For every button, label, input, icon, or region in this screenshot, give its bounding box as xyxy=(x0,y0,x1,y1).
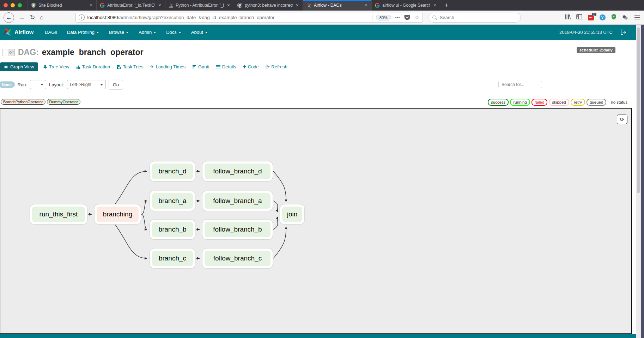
airflow-brand[interactable]: Airflow xyxy=(3,27,34,38)
search-bar[interactable] xyxy=(429,13,521,23)
navbar-item-label: Data Profiling xyxy=(67,30,95,35)
schedule-badge: schedule: @daily xyxy=(577,47,615,53)
browser-tab[interactable]: Python - AttributeError: '_io.Te× xyxy=(165,0,234,11)
adblock-shield-icon[interactable] xyxy=(611,14,616,21)
status-legend-queued: queued xyxy=(587,99,606,106)
dag-pause-toggle[interactable]: Off xyxy=(2,49,15,56)
search-input[interactable] xyxy=(439,14,517,20)
page-scrollbar[interactable] xyxy=(636,25,641,338)
dag-node-label: follow_branch_b xyxy=(205,222,271,237)
dag-node-follow_branch_c[interactable]: follow_branch_c xyxy=(202,248,273,268)
browser-tab[interactable]: Site Blocked× xyxy=(28,0,96,11)
firefox-window: Site Blocked×AttributeError: '_io.TextIO… xyxy=(0,0,644,338)
reload-button[interactable]: ↻ xyxy=(30,14,35,20)
zoom-window-button[interactable] xyxy=(18,3,22,7)
view-tab-task-tries[interactable]: Task Tries xyxy=(117,64,144,69)
menu-hamburger-icon[interactable] xyxy=(634,16,640,19)
browser-tab[interactable]: Airflow - DAGs× xyxy=(303,0,371,11)
v-extension-icon[interactable]: V xyxy=(600,14,606,20)
window-controls xyxy=(0,0,28,11)
toolbar-icons: •••1 V xyxy=(565,14,628,21)
dag-node-run_this_first[interactable]: run_this_first xyxy=(30,204,87,224)
bookmark-star-icon[interactable]: ☆ xyxy=(414,14,419,21)
zoom-level-badge[interactable]: 80% xyxy=(376,15,391,20)
layout-select[interactable]: Left->Right xyxy=(67,80,106,89)
view-tab-task-duration[interactable]: Task Duration xyxy=(76,64,110,69)
dag-node-label: branch_d xyxy=(152,164,193,179)
dag-node-follow_branch_a[interactable]: follow_branch_a xyxy=(202,191,273,211)
dag-node-branch_a[interactable]: branch_a xyxy=(150,191,195,211)
tab-close-icon[interactable]: × xyxy=(364,2,368,8)
navbar-item-about[interactable]: About xyxy=(186,25,213,40)
airflow-logo-icon xyxy=(3,27,12,38)
run-select[interactable] xyxy=(30,80,46,89)
dag-node-branch_d[interactable]: branch_d xyxy=(150,161,195,181)
dag-name: example_branch_operator xyxy=(42,48,144,57)
status-legend-success: success xyxy=(488,99,509,106)
chevron-down-icon xyxy=(100,84,103,86)
navbar-item-admin[interactable]: Admin xyxy=(134,25,161,40)
chevron-down-icon xyxy=(126,32,129,33)
site-info-icon[interactable]: i xyxy=(79,14,85,20)
pocket-icon[interactable] xyxy=(404,15,410,20)
dag-title-row: Off DAG: example_branch_operator xyxy=(2,48,143,57)
chevron-down-icon xyxy=(205,32,208,33)
view-tab-tree-view[interactable]: Tree View xyxy=(43,64,69,69)
logout-icon[interactable] xyxy=(620,30,626,35)
minimize-window-button[interactable] xyxy=(11,3,15,7)
view-tab-graph-view[interactable]: Graph View xyxy=(0,62,38,71)
sidebar-icon[interactable] xyxy=(576,14,582,21)
dag-node-follow_branch_d[interactable]: follow_branch_d xyxy=(202,161,273,181)
view-tab-landing-times[interactable]: ✈Landing Times xyxy=(150,64,186,69)
refresh-icon: ⟳ xyxy=(266,64,270,70)
page-actions-icon[interactable]: ••• xyxy=(395,16,400,19)
browser-tab[interactable]: python3: behave incorrectly m× xyxy=(234,0,303,11)
tab-close-icon[interactable]: × xyxy=(158,2,162,8)
task-search-input[interactable] xyxy=(501,82,540,87)
navbar-item-dags[interactable]: DAGs xyxy=(40,25,62,40)
navbar-item-label: DAGs xyxy=(45,30,57,35)
list-icon xyxy=(216,65,220,69)
toggle-label: Off xyxy=(8,49,14,56)
password-extension-icon[interactable]: •••1 xyxy=(588,15,594,20)
cookies-extension-icon[interactable] xyxy=(622,15,628,20)
graph-refresh-button[interactable]: ⟳ xyxy=(617,115,627,124)
tab-title: Airflow - DAGs xyxy=(314,3,362,8)
view-tab-refresh[interactable]: ⟳Refresh xyxy=(266,64,287,70)
chevron-down-icon xyxy=(41,84,43,86)
browser-tab-bar: Site Blocked×AttributeError: '_io.TextIO… xyxy=(0,0,644,11)
tab-close-icon[interactable]: × xyxy=(295,2,299,8)
navbar-item-browse[interactable]: Browse xyxy=(104,25,134,40)
view-tab-code[interactable]: Code xyxy=(243,64,259,69)
dag-node-branch_b[interactable]: branch_b xyxy=(150,220,195,239)
go-button[interactable]: Go xyxy=(109,80,123,90)
forward-button[interactable]: → xyxy=(19,14,25,20)
browser-tab[interactable]: AttributeError: '_io.TextIOWrapp× xyxy=(96,0,165,11)
navbar-item-docs[interactable]: Docs xyxy=(161,25,186,40)
url-bar[interactable]: i localhost:8080/admin/airflow/graph?exe… xyxy=(75,13,423,23)
status-legend-retry: retry xyxy=(571,99,585,106)
library-icon[interactable] xyxy=(565,14,571,21)
view-tab-gantt[interactable]: Gantt xyxy=(192,64,209,69)
dag-node-branch_c[interactable]: branch_c xyxy=(150,248,195,268)
close-window-button[interactable] xyxy=(4,3,8,7)
home-button[interactable]: ⌂ xyxy=(40,14,43,20)
navbar-item-data-profiling[interactable]: Data Profiling xyxy=(62,25,104,40)
dag-edge-follow_branch_d-to-join xyxy=(273,171,286,202)
dag-node-label: branch_b xyxy=(152,222,193,237)
tab-close-icon[interactable]: × xyxy=(226,2,231,8)
tab-close-icon[interactable]: × xyxy=(89,2,93,8)
new-tab-button[interactable]: + xyxy=(440,0,453,11)
scrollbar-thumb[interactable] xyxy=(637,27,640,193)
plane-icon: ✈ xyxy=(150,64,154,69)
task-search-box[interactable] xyxy=(498,81,542,88)
browser-tab[interactable]: airflow ui - Google Search× xyxy=(371,0,440,11)
back-button[interactable]: ← xyxy=(4,12,14,23)
view-tab-details[interactable]: Details xyxy=(216,64,236,69)
bars-icon xyxy=(76,65,80,69)
tab-close-icon[interactable]: × xyxy=(433,2,437,8)
dag-node-branching[interactable]: branching xyxy=(95,204,141,224)
dag-node-join[interactable]: join xyxy=(280,204,304,224)
dag-node-follow_branch_b[interactable]: follow_branch_b xyxy=(202,220,273,239)
view-tab-label: Task Duration xyxy=(82,64,110,69)
